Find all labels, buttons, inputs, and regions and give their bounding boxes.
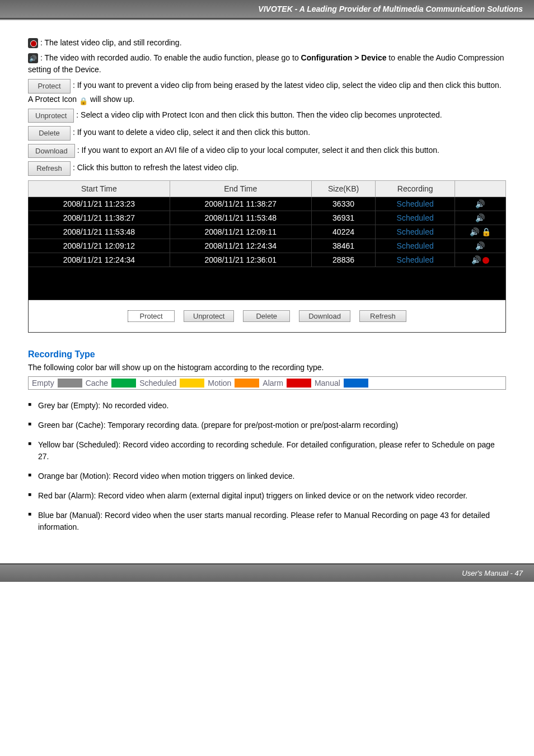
page-footer: User's Manual - 47 bbox=[0, 563, 534, 582]
table-row[interactable]: 2008/11/21 11:53:482008/11/21 12:09:1140… bbox=[29, 225, 506, 239]
cell-recording: Scheduled bbox=[376, 211, 455, 225]
list-item: Green bar (Cache): Temporary recording d… bbox=[28, 419, 506, 431]
delete-button[interactable]: Delete bbox=[28, 126, 71, 141]
page-header: VIVOTEK - A Leading Provider of Multimed… bbox=[0, 0, 534, 19]
recording-icon bbox=[28, 38, 38, 48]
cell-icons bbox=[455, 211, 505, 225]
para-refresh: Refresh : Click this button to refresh t… bbox=[28, 161, 506, 176]
para-delete: Delete : If you want to delete a video c… bbox=[28, 126, 506, 141]
text: : Select a video clip with Protect Icon … bbox=[76, 110, 442, 119]
legend-label-scheduled: Scheduled bbox=[139, 379, 176, 388]
cell-start: 2008/11/21 12:24:34 bbox=[29, 253, 170, 267]
refresh-button[interactable]: Refresh bbox=[359, 310, 406, 322]
col-icons bbox=[455, 180, 505, 197]
text: : The latest video clip, and still recor… bbox=[40, 38, 182, 47]
speaker-icon bbox=[471, 255, 481, 264]
legend-label-empty: Empty bbox=[32, 379, 54, 388]
swatch-yellow bbox=[180, 379, 204, 388]
text: will show up. bbox=[90, 95, 134, 104]
text: : If you want to export an AVI file of a… bbox=[77, 146, 439, 155]
cell-recording: Scheduled bbox=[376, 239, 455, 253]
swatch-blue bbox=[344, 379, 368, 388]
cell-size: 40224 bbox=[311, 225, 376, 239]
refresh-button[interactable]: Refresh bbox=[28, 161, 71, 176]
text: : Click this button to refresh the lates… bbox=[73, 163, 238, 172]
cell-end: 2008/11/21 12:09:11 bbox=[170, 225, 311, 239]
cell-end: 2008/11/21 11:53:48 bbox=[170, 211, 311, 225]
speaker-icon bbox=[475, 241, 485, 250]
cell-start: 2008/11/21 11:53:48 bbox=[29, 225, 170, 239]
list-item: Blue bar (Manual): Record video when the… bbox=[28, 510, 506, 533]
cell-icons bbox=[455, 239, 505, 253]
unprotect-button[interactable]: Unprotect bbox=[184, 310, 234, 322]
col-recording: Recording bbox=[376, 180, 455, 197]
cell-size: 36330 bbox=[311, 197, 376, 211]
cell-start: 2008/11/21 12:09:12 bbox=[29, 239, 170, 253]
list-item: Orange bar (Motion): Record video when m… bbox=[28, 470, 506, 482]
swatch-grey bbox=[58, 379, 82, 388]
protect-button[interactable]: Protect bbox=[28, 79, 71, 94]
lock-icon bbox=[79, 95, 88, 104]
table-row[interactable]: 2008/11/21 11:23:232008/11/21 11:38:2736… bbox=[29, 197, 506, 211]
cell-end: 2008/11/21 12:36:01 bbox=[170, 253, 311, 267]
speaker-icon bbox=[475, 199, 485, 208]
speaker-icon bbox=[470, 227, 479, 236]
list-item: Red bar (Alarm): Record video when alarm… bbox=[28, 490, 506, 502]
text-bold: Configuration > Device bbox=[301, 53, 387, 62]
cell-end: 2008/11/21 11:38:27 bbox=[170, 197, 311, 211]
swatch-red bbox=[287, 379, 311, 388]
cell-end: 2008/11/21 12:24:34 bbox=[170, 239, 311, 253]
text: The following color bar will show up on … bbox=[28, 363, 506, 372]
cell-recording: Scheduled bbox=[376, 253, 455, 267]
list-item: Yellow bar (Scheduled): Record video acc… bbox=[28, 439, 506, 463]
para-download: Download : If you want to export an AVI … bbox=[28, 144, 506, 158]
para-recording-icon: : The latest video clip, and still recor… bbox=[28, 37, 506, 49]
list-item: Grey bar (Empty): No recorded video. bbox=[28, 400, 506, 412]
download-button[interactable]: Download bbox=[28, 144, 75, 158]
cell-size: 36931 bbox=[311, 211, 376, 225]
cell-icons bbox=[455, 253, 505, 267]
cell-recording: Scheduled bbox=[376, 225, 455, 239]
table-row[interactable]: 2008/11/21 11:38:272008/11/21 11:53:4836… bbox=[29, 211, 506, 225]
col-start: Start Time bbox=[29, 180, 170, 197]
lock-icon bbox=[481, 227, 491, 236]
unprotect-button[interactable]: Unprotect bbox=[28, 109, 74, 123]
divider bbox=[0, 19, 534, 20]
recording-type-legend: Empty Cache Scheduled Motion Alarm Manua… bbox=[28, 376, 506, 390]
cell-start: 2008/11/21 11:38:27 bbox=[29, 211, 170, 225]
table-row[interactable]: 2008/11/21 12:24:342008/11/21 12:36:0128… bbox=[29, 253, 506, 267]
col-size: Size(KB) bbox=[311, 180, 376, 197]
legend-label-manual: Manual bbox=[315, 379, 340, 388]
cell-size: 38461 bbox=[311, 239, 376, 253]
recording-type-list: Grey bar (Empty): No recorded video. Gre… bbox=[28, 400, 506, 533]
recording-type-heading: Recording Type bbox=[28, 349, 506, 360]
para-protect: Protect : If you want to prevent a video… bbox=[28, 79, 506, 105]
cell-size: 28836 bbox=[311, 253, 376, 267]
table-header-row: Start Time End Time Size(KB) Recording bbox=[29, 180, 506, 197]
cell-recording: Scheduled bbox=[376, 197, 455, 211]
legend-label-cache: Cache bbox=[86, 379, 108, 388]
delete-button[interactable]: Delete bbox=[243, 310, 290, 322]
swatch-green bbox=[111, 379, 136, 388]
cell-start: 2008/11/21 11:23:23 bbox=[29, 197, 170, 211]
cell-icons bbox=[455, 225, 505, 239]
para-audio-icon: : The video with recorded audio. To enab… bbox=[28, 52, 506, 76]
legend-label-motion: Motion bbox=[208, 379, 231, 388]
download-button[interactable]: Download bbox=[299, 310, 350, 322]
text: : The video with recorded audio. To enab… bbox=[40, 53, 301, 62]
col-end: End Time bbox=[170, 180, 311, 197]
audio-icon bbox=[28, 53, 38, 63]
text: : If you want to delete a video clip, se… bbox=[73, 128, 310, 137]
swatch-orange bbox=[235, 379, 259, 388]
para-unprotect: Unprotect : Select a video clip with Pro… bbox=[28, 109, 506, 123]
cell-icons bbox=[455, 197, 505, 211]
table-row[interactable]: 2008/11/21 12:09:122008/11/21 12:24:3438… bbox=[29, 239, 506, 253]
table-button-row: Protect Unprotect Delete Download Refres… bbox=[32, 302, 502, 330]
protect-button[interactable]: Protect bbox=[128, 310, 175, 322]
legend-label-alarm: Alarm bbox=[263, 379, 283, 388]
recording-icon bbox=[483, 257, 489, 264]
video-clips-table: Start Time End Time Size(KB) Recording 2… bbox=[28, 180, 506, 333]
speaker-icon bbox=[475, 213, 485, 222]
